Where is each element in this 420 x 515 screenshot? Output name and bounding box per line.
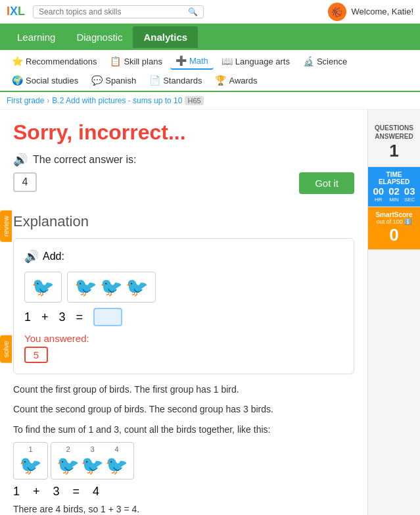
time-section: Time elapsed 00 HR 02 MIN 03 SEC xyxy=(368,167,420,207)
search-input[interactable] xyxy=(39,7,185,16)
standards-icon: 📄 xyxy=(149,75,160,86)
smart-score-section: SmartScore out of 100 ℹ️ 0 xyxy=(368,207,420,250)
smart-score-label: SmartScore xyxy=(371,211,417,218)
search-bar[interactable]: 🔍 xyxy=(33,5,204,18)
numbered-bird-2: 🐦 xyxy=(57,454,80,476)
welcome-text: Welcome, Katie! xyxy=(352,7,413,16)
bird-num-4: 4 xyxy=(114,445,118,453)
time-hr: 00 xyxy=(373,185,384,197)
science-icon: 🔬 xyxy=(303,56,314,66)
bird-num-1: 1 xyxy=(28,445,32,453)
sub-nav-science[interactable]: 🔬 Science xyxy=(298,53,352,69)
math-row: 1 + 3 = xyxy=(24,308,343,326)
solve-step-2: Count the second group of birds. The sec… xyxy=(13,402,354,416)
sub-nav-math[interactable]: ➕ Math xyxy=(170,53,214,70)
social-studies-icon: 🌍 xyxy=(12,75,23,86)
bird-num-3: 3 xyxy=(90,445,94,453)
language-arts-icon: 📖 xyxy=(222,56,233,66)
math2-num1: 1 xyxy=(13,485,20,499)
nav-bar: Learning Diagnostic Analytics xyxy=(0,24,420,50)
breadcrumb: First grade › B.2 Add with pictures - su… xyxy=(0,92,420,110)
sub-nav-awards[interactable]: 🏆 Awards xyxy=(210,72,262,88)
breadcrumb-sep: › xyxy=(47,96,49,105)
side-panel: Questions answered 1 Time elapsed 00 HR … xyxy=(367,110,420,515)
time-elapsed-label: Time elapsed xyxy=(371,171,417,185)
nav-item-diagnostic[interactable]: Diagnostic xyxy=(66,26,133,48)
bird-col-2: 2 🐦 xyxy=(57,445,80,476)
spanish-icon: 💬 xyxy=(91,75,103,86)
time-min-label: MIN xyxy=(389,197,399,203)
bird-groups-display: 🐦 🐦 🐦 🐦 xyxy=(24,272,343,303)
sub-nav-standards[interactable]: 📄 Standards xyxy=(144,72,207,88)
user-answer-box: 5 xyxy=(24,347,48,363)
questions-answered-value: 1 xyxy=(371,141,417,161)
math2-num2: 3 xyxy=(53,485,60,499)
sound-icon[interactable]: 🔊 xyxy=(13,153,28,167)
math2-plus: + xyxy=(33,485,40,499)
math-num2: 3 xyxy=(59,310,66,324)
nav-item-learning[interactable]: Learning xyxy=(7,26,66,48)
recommendations-icon: ⭐ xyxy=(12,56,23,66)
add-label: Add: xyxy=(43,251,64,262)
main-wrapper: review solve Sorry, incorrect... 🔊 The c… xyxy=(0,110,420,515)
there-text: There are 4 birds, so 1 + 3 = 4. xyxy=(13,504,354,514)
solve-tab[interactable]: solve xyxy=(0,335,12,363)
numbered-birds: 1 🐦 2 🐦 3 🐦 4 🐦 xyxy=(13,442,354,479)
solve-step-3: To find the sum of 1 and 3, count all th… xyxy=(13,422,354,437)
sub-nav: ⭐ Recommendations 📋 Skill plans ➕ Math 📖… xyxy=(0,50,420,92)
bird-col-3: 3 🐦 xyxy=(81,445,104,476)
math-plus: + xyxy=(41,310,49,324)
smart-score-info-icon[interactable]: ℹ️ xyxy=(404,218,411,225)
sub-nav-skill-plans[interactable]: 📋 Skill plans xyxy=(105,53,168,69)
avatar: 🏀 xyxy=(328,3,346,21)
you-answered-label: You answered: xyxy=(24,333,343,344)
bird-1: 🐦 xyxy=(32,276,55,298)
time-sec-col: 03 SEC xyxy=(404,185,415,203)
explanation-title: Explanation xyxy=(13,213,354,230)
time-hr-col: 00 HR xyxy=(373,185,384,203)
math-num1: 1 xyxy=(24,310,31,324)
questions-answered-section: Questions answered 1 xyxy=(368,110,420,167)
bird-num-2: 2 xyxy=(66,445,70,453)
math2-equals: = xyxy=(73,485,80,499)
sub-nav-recommendations[interactable]: ⭐ Recommendations xyxy=(7,53,102,69)
nav-item-analytics[interactable]: Analytics xyxy=(133,26,198,48)
breadcrumb-skill[interactable]: B.2 Add with pictures - sums up to 10 xyxy=(52,96,182,105)
sub-nav-spanish[interactable]: 💬 Spanish xyxy=(86,72,141,88)
sub-nav-social-studies[interactable]: 🌍 Social studies xyxy=(7,72,83,88)
sorry-header: Sorry, incorrect... xyxy=(13,120,354,145)
bird-2a: 🐦 xyxy=(74,276,97,298)
bird-group-2: 🐦 🐦 🐦 xyxy=(67,272,156,303)
explanation-box: 🔊 Add: 🐦 🐦 🐦 🐦 1 + 3 = xyxy=(13,238,354,374)
time-hr-label: HR xyxy=(375,197,383,203)
correct-answer-box: 4 xyxy=(13,172,37,192)
bird-col-1: 1 🐦 xyxy=(19,445,42,476)
time-values: 00 HR 02 MIN 03 SEC xyxy=(371,185,417,203)
numbered-bird-3: 🐦 xyxy=(81,454,104,476)
time-sec: 03 xyxy=(404,185,415,197)
review-tab[interactable]: review xyxy=(0,210,12,242)
sub-nav-language-arts[interactable]: 📖 Language arts xyxy=(216,53,295,69)
add-sound-icon[interactable]: 🔊 xyxy=(24,249,39,264)
math2-answer: 4 xyxy=(93,485,99,499)
bird-2c: 🐦 xyxy=(126,276,149,298)
correct-answer-label: The correct answer is: xyxy=(33,154,136,166)
bird-2b: 🐦 xyxy=(100,276,123,298)
got-it-button[interactable]: Got it xyxy=(299,172,354,194)
main-content: Sorry, incorrect... 🔊 The correct answer… xyxy=(0,110,367,515)
bird-col-4: 4 🐦 xyxy=(105,445,128,476)
numbered-bird-group-2: 2 🐦 3 🐦 4 🐦 xyxy=(51,442,134,479)
math-equals: = xyxy=(76,310,83,324)
time-min: 02 xyxy=(388,185,400,197)
breadcrumb-badge: H65 xyxy=(185,96,203,105)
time-sec-label: SEC xyxy=(404,197,415,203)
math-icon: ➕ xyxy=(175,55,187,66)
user-area: 🏀 Welcome, Katie! xyxy=(328,3,413,21)
bird-group-1: 🐦 xyxy=(24,272,62,303)
numbered-bird-group-1: 1 🐦 xyxy=(13,442,48,479)
smart-score-sub: out of 100 ℹ️ xyxy=(371,218,417,225)
numbered-bird-4: 🐦 xyxy=(105,454,128,476)
breadcrumb-grade[interactable]: First grade xyxy=(7,96,44,105)
awards-icon: 🏆 xyxy=(215,75,226,86)
add-row: 🔊 Add: xyxy=(24,249,343,264)
